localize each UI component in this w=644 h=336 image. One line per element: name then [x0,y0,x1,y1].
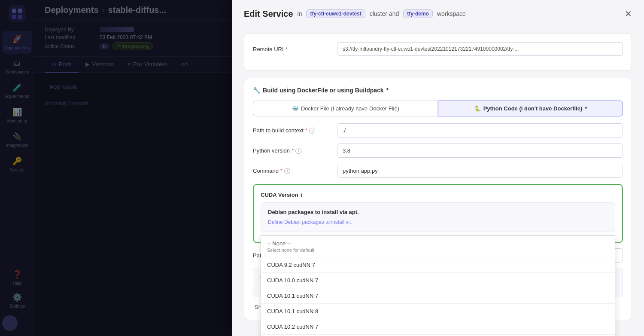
cuda-dropdown-list: -- None -- Select none for default CUDA … [261,235,615,336]
path-build-info-icon[interactable]: i [309,128,315,134]
command-row: Command * i [253,164,623,178]
remote-uri-label: Remote URI * [253,46,330,52]
required-marker: * [305,127,307,134]
edit-service-modal: Edit Service in tfy-ctl-euwe1-devtest cl… [232,0,644,336]
path-build-input[interactable] [337,123,623,137]
python-icon: 🐍 [474,105,481,112]
modal-title: Edit Service [244,9,293,19]
required-marker: * [292,147,294,154]
debian-title: Debian packages to install via apt. [268,209,608,215]
workspace-badge: tfy-demo [403,9,433,18]
modal-overlay: Edit Service in tfy-ctl-euwe1-devtest cl… [0,0,644,336]
path-build-label: Path to build context * i [253,127,330,134]
docker-file-button[interactable]: 🐳 Docker File (I already have Docker Fil… [253,101,438,116]
python-code-button[interactable]: 🐍 Python Code (I don't have Dockerfile) … [438,101,623,116]
path-build-row: Path to build context * i [253,123,623,137]
command-label: Command * i [253,168,330,174]
cuda-section: CUDA Version i Debian packages to instal… [253,184,623,243]
docker-icon: 🐳 [292,105,298,112]
python-version-row: Python version * i [253,144,623,158]
wrench-icon: 🔧 [253,87,260,94]
command-info-icon[interactable]: i [284,168,290,174]
required-marker: * [280,168,283,174]
cuda-option-101-7[interactable]: CUDA 10.1 cudNN 7 [261,288,615,304]
python-version-label: Python version * i [253,147,330,154]
cuda-label: CUDA Version i [261,192,615,198]
cuda-info-icon[interactable]: i [301,192,303,198]
debian-packages-section: Debian packages to install via apt. Defi… [261,202,615,232]
modal-header: Edit Service in tfy-ctl-euwe1-devtest cl… [232,0,644,26]
modal-body: Remote URI * 🔧 Build using DockerFile or… [232,33,644,336]
workspace-suffix: workspace [437,10,466,17]
cuda-option-none[interactable]: -- None -- Select none for default [261,236,615,257]
build-section-title: 🔧 Build using DockerFile or using Buildp… [253,87,623,94]
debian-define-link[interactable]: Define Debian packages to install vi... [268,219,354,225]
cuda-option-102-7[interactable]: CUDA 10.2 cudNN 7 [261,319,615,335]
cuda-option-92[interactable]: CUDA 9.2 cudNN 7 [261,257,615,273]
modal-close-button[interactable]: ✕ [625,9,632,19]
remote-uri-section: Remote URI * [244,33,632,71]
command-input[interactable] [337,164,623,178]
required-marker: * [386,87,389,94]
build-btn-group: 🐳 Docker File (I already have Docker Fil… [253,101,623,116]
modal-in-label: in [298,10,302,17]
cluster-badge: tfy-ctl-euwe1-devtest [306,9,365,18]
required-marker: * [585,105,587,112]
cluster-suffix: cluster and [370,10,399,17]
remote-uri-input[interactable] [337,42,623,56]
python-version-input[interactable] [337,144,623,158]
python-version-info-icon[interactable]: i [295,148,301,154]
build-section: 🔧 Build using DockerFile or using Buildp… [244,78,632,320]
cuda-option-100[interactable]: CUDA 10.0 cudNN 7 [261,273,615,288]
required-marker: * [286,46,288,52]
remote-uri-row: Remote URI * [253,42,623,56]
cuda-option-101-8[interactable]: CUDA 10.1 cudNN 8 [261,304,615,319]
